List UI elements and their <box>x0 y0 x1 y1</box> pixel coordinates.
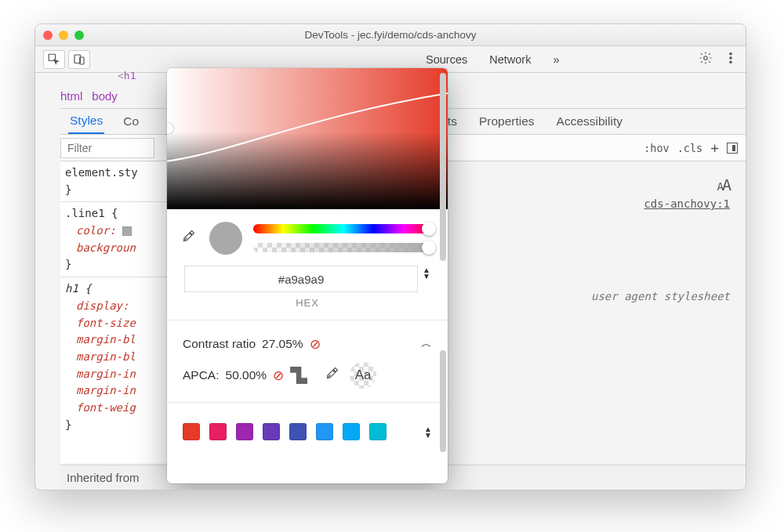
more-menu-button[interactable] <box>724 51 738 67</box>
color-picker-popover: ▲▼ HEX Contrast ratio 27.05% ⊘ ︿ APCA: 5… <box>167 68 448 483</box>
picker-scrollbar[interactable] <box>440 73 446 261</box>
palette-swatch[interactable] <box>369 423 387 440</box>
palette-swatch[interactable] <box>209 423 227 440</box>
css-prop[interactable]: margin-in <box>76 366 162 383</box>
current-color-swatch <box>209 222 242 255</box>
subtab-properties[interactable]: Properties <box>479 114 535 128</box>
styles-pane: element.sty } .line1 { color: backgroun … <box>60 161 167 463</box>
toggle-computed-pane-button[interactable] <box>727 143 738 154</box>
window-title: DevTools - jec.fyi/demo/cds-anchovy <box>35 29 746 41</box>
svg-point-2 <box>704 56 708 60</box>
format-switch-button[interactable]: ▲▼ <box>423 266 430 280</box>
font-size-indicator[interactable]: AA <box>717 176 730 194</box>
titlebar: DevTools - jec.fyi/demo/cds-anchovy <box>35 24 746 46</box>
palette-swatch[interactable] <box>343 423 360 440</box>
palette-swatch[interactable] <box>236 423 253 440</box>
picker-scrollbar[interactable] <box>440 350 446 452</box>
rule-selector-line1[interactable]: .line1 { <box>65 207 118 219</box>
dom-breadcrumb: html body <box>60 85 118 106</box>
hue-slider[interactable] <box>253 224 434 233</box>
crumb-html[interactable]: html <box>60 89 82 103</box>
panel-tabs: Sources Network » <box>426 53 559 66</box>
color-swatch-icon[interactable] <box>122 226 132 236</box>
crumb-body[interactable]: body <box>92 89 118 103</box>
css-prop[interactable]: margin-bl <box>76 331 162 349</box>
contrast-ratio-row[interactable]: Contrast ratio 27.05% ⊘ ︿ <box>183 328 432 360</box>
svg-point-3 <box>730 53 731 55</box>
css-prop[interactable]: color: <box>76 223 162 240</box>
subtab-styles[interactable]: Styles <box>68 109 104 134</box>
dom-fragment: <h1 <box>118 70 136 81</box>
chevron-up-icon[interactable]: ︿ <box>421 337 432 351</box>
background-eyedropper-button[interactable] <box>325 367 339 384</box>
color-palette: ▲▼ <box>167 411 448 450</box>
svg-point-5 <box>730 61 731 63</box>
subtab-accessibility[interactable]: Accessibility <box>557 114 622 128</box>
css-prop[interactable]: display: <box>76 298 162 315</box>
apca-row: APCA: 50.00% ⊘ Aa <box>183 360 432 391</box>
device-toolbar-button[interactable] <box>68 50 90 69</box>
palette-switch-button[interactable]: ▲▼ <box>424 425 432 439</box>
hov-toggle[interactable]: :hov <box>644 142 670 154</box>
palette-swatch[interactable] <box>289 423 307 440</box>
alpha-thumb[interactable] <box>422 241 436 255</box>
css-prop[interactable]: margin-in <box>76 382 162 400</box>
palette-swatch[interactable] <box>263 423 280 440</box>
css-prop[interactable]: font-weig <box>76 400 162 417</box>
element-style-selector[interactable]: element.sty <box>65 166 138 179</box>
settings-button[interactable] <box>699 51 713 67</box>
hue-thumb[interactable] <box>422 222 436 236</box>
cls-toggle[interactable]: .cls <box>677 142 703 154</box>
eyedropper-button[interactable] <box>181 230 198 247</box>
alpha-slider[interactable] <box>253 243 434 252</box>
css-prop[interactable]: font-size <box>76 315 162 332</box>
color-format-label: HEX <box>167 297 448 309</box>
palette-swatch[interactable] <box>316 423 333 440</box>
tabs-overflow-button[interactable]: » <box>553 53 559 66</box>
hex-input[interactable] <box>184 266 418 292</box>
color-spectrum[interactable] <box>167 68 448 209</box>
source-link[interactable]: cds-anchovy:1 <box>644 197 730 210</box>
svg-point-4 <box>730 57 731 59</box>
devtools-window: DevTools - jec.fyi/demo/cds-anchovy Sour… <box>34 24 746 490</box>
styles-filter-input[interactable] <box>60 138 154 158</box>
new-style-rule-button[interactable]: + <box>710 139 719 156</box>
tab-network[interactable]: Network <box>489 53 531 66</box>
user-agent-stylesheet-label: user agent stylesheet <box>591 290 730 302</box>
inspect-element-button[interactable] <box>43 50 65 69</box>
rule-selector-h1[interactable]: h1 { <box>65 282 92 295</box>
apca-fail-icon: ⊘ <box>273 367 284 384</box>
subtab-computed-truncated[interactable]: Co <box>123 114 139 128</box>
tab-sources[interactable]: Sources <box>426 53 467 66</box>
css-prop[interactable]: margin-bl <box>76 349 162 366</box>
palette-swatch[interactable] <box>183 423 200 440</box>
swap-colors-icon[interactable] <box>290 367 307 384</box>
css-prop[interactable]: backgroun <box>76 240 162 257</box>
contrast-fail-icon: ⊘ <box>310 336 321 353</box>
contrast-sample-icon: Aa <box>350 362 376 389</box>
